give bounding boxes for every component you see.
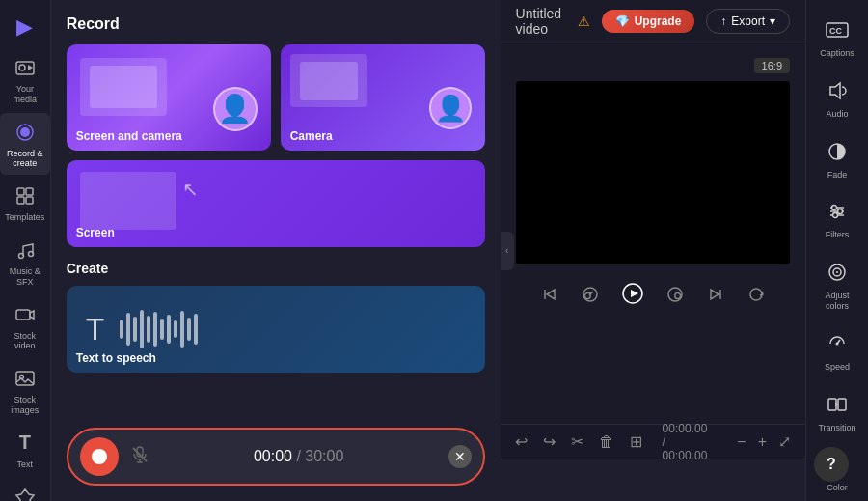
camera-avatar: 👤	[213, 87, 258, 131]
playback-controls	[536, 278, 770, 315]
loop-button[interactable]	[743, 281, 770, 313]
right-item-filters[interactable]: Filters	[806, 189, 868, 248]
timeline-time-display: 00:00.00 / 00:00.00	[663, 422, 708, 462]
svg-rect-5	[26, 188, 33, 195]
recording-bar: 00:00 / 30:00 ✕	[67, 428, 485, 486]
screen-card[interactable]: ↖ Screen	[67, 160, 485, 247]
text-to-speech-card[interactable]: T Text to speech	[67, 286, 485, 373]
export-chevron-icon: ▾	[770, 14, 775, 28]
svg-point-8	[18, 253, 23, 258]
sidebar-item-graphics[interactable]: Graphics	[0, 478, 50, 501]
sidebar-item-templates[interactable]: Templates	[0, 177, 50, 229]
sidebar-item-your-media[interactable]: Your media	[0, 48, 50, 111]
wave-bar-7	[160, 319, 164, 340]
color-label: Color	[827, 483, 848, 493]
skip-next-button[interactable]	[702, 281, 729, 313]
filters-icon	[823, 197, 852, 226]
timeline-toolbar: ↩ ↪ ✂ 🗑 ⊞ 00:00.00 / 00:00.00 − + ⤢	[501, 425, 805, 459]
svg-rect-4	[17, 188, 24, 195]
help-button[interactable]: ?	[814, 447, 849, 482]
tts-text-icon: T	[86, 312, 105, 348]
skip-back-button[interactable]	[536, 281, 563, 313]
recording-timer: 00:00 / 30:00	[161, 448, 437, 465]
current-time: 00:00	[254, 448, 292, 464]
text-icon: T	[12, 430, 39, 457]
svg-point-3	[20, 127, 30, 137]
delete-button[interactable]: 🗑	[596, 431, 617, 454]
timeline-current-time: 00:00.00	[663, 422, 708, 435]
svg-rect-7	[26, 197, 33, 204]
redo-button[interactable]: ↪	[540, 430, 558, 454]
screen-preview	[80, 172, 176, 230]
add-media-button[interactable]: ⊞	[627, 430, 645, 454]
speed-label: Speed	[825, 362, 850, 373]
sidebar-item-record[interactable]: Record & create	[0, 113, 50, 176]
svg-marker-20	[631, 290, 638, 297]
max-time: 30:00	[305, 448, 343, 464]
export-button[interactable]: ↑ Export ▾	[706, 9, 790, 34]
svg-point-9	[28, 251, 33, 256]
media-icon	[12, 54, 39, 81]
play-button[interactable]	[617, 278, 648, 315]
wave-bar-8	[167, 315, 171, 344]
upgrade-label: Upgrade	[635, 14, 682, 28]
camera-person-avatar: 👤	[429, 87, 472, 129]
music-icon	[12, 237, 39, 264]
audio-icon	[823, 76, 852, 105]
zoom-in-button[interactable]: +	[755, 431, 770, 454]
fast-forward-button[interactable]	[662, 281, 689, 313]
adjust-colors-icon	[823, 258, 852, 287]
right-item-adjust-colors[interactable]: Adjust colors	[806, 250, 868, 320]
camera-person-icon: 👤	[435, 94, 466, 124]
sidebar-item-text[interactable]: T Text	[0, 424, 50, 476]
sidebar-item-stock-images[interactable]: Stock images	[0, 359, 50, 422]
svg-marker-13	[16, 489, 34, 501]
sidebar-item-music[interactable]: Music & SFX	[0, 231, 50, 293]
captions-label: Captions	[820, 48, 854, 59]
expand-timeline-button[interactable]: ⤢	[775, 430, 794, 454]
camera-card[interactable]: 👤 Camera	[281, 44, 485, 151]
fade-icon	[823, 137, 852, 166]
undo-button[interactable]: ↩	[512, 430, 530, 454]
timeline-area: ↩ ↪ ✂ 🗑 ⊞ 00:00.00 / 00:00.00 − + ⤢	[501, 424, 805, 501]
wave-bar-5	[147, 316, 150, 343]
screen-label: Screen	[76, 226, 115, 239]
person-icon: 👤	[218, 96, 252, 123]
svg-rect-38	[838, 399, 846, 410]
sidebar-item-label-stock-video: Stock video	[4, 331, 46, 352]
svg-point-30	[838, 209, 843, 214]
close-recording-button[interactable]: ✕	[448, 445, 472, 468]
record-start-button[interactable]	[80, 437, 119, 476]
rewind-button[interactable]	[577, 281, 604, 313]
svg-rect-10	[16, 310, 30, 320]
screen-and-camera-card[interactable]: 👤 Screen and camera	[67, 44, 271, 151]
sidebar-item-label-stock-images: Stock images	[11, 395, 39, 416]
panel-collapse-button[interactable]: ‹	[501, 232, 514, 270]
camera-preview-bg	[290, 54, 367, 107]
sidebar-item-label-text: Text	[17, 459, 34, 470]
templates-icon	[12, 182, 39, 209]
screen-and-camera-label: Screen and camera	[76, 129, 182, 143]
sidebar-item-stock-video[interactable]: Stock video	[0, 295, 50, 358]
right-item-speed[interactable]: Speed	[806, 321, 868, 380]
right-item-captions[interactable]: CC Captions	[806, 8, 868, 67]
transition-icon	[823, 390, 852, 419]
stock-video-icon	[12, 301, 39, 328]
right-item-transition[interactable]: Transition	[806, 382, 868, 441]
warning-icon: ⚠	[578, 14, 590, 29]
wave-bar-2	[126, 313, 130, 346]
create-section-title: Create	[67, 261, 485, 276]
wave-bar-11	[187, 318, 191, 341]
zoom-out-button[interactable]: −	[734, 431, 748, 454]
right-item-audio[interactable]: Audio	[806, 69, 868, 127]
fade-label: Fade	[827, 170, 848, 181]
editor-panel: Untitled video ⚠ 💎 Upgrade ↑ Export ▾ 16…	[501, 0, 805, 501]
svg-point-36	[836, 342, 839, 345]
editor-header: Untitled video ⚠ 💎 Upgrade ↑ Export ▾	[501, 0, 805, 42]
right-item-fade[interactable]: Fade	[806, 129, 868, 188]
upgrade-button[interactable]: 💎 Upgrade	[602, 10, 695, 33]
wave-bar-3	[133, 317, 137, 342]
cut-button[interactable]: ✂	[568, 430, 586, 454]
filters-label: Filters	[826, 230, 850, 240]
sidebar-item-logo[interactable]: ▶	[0, 8, 50, 46]
